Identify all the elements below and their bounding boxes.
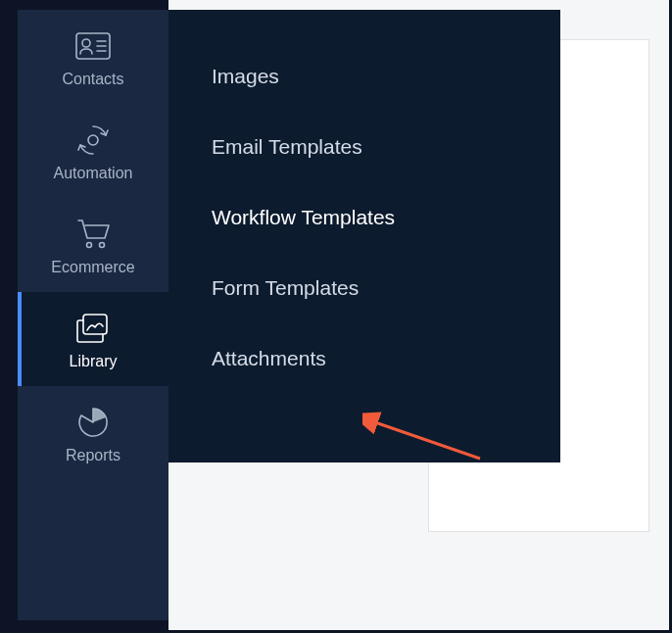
sidebar-item-library[interactable]: Library — [18, 292, 168, 386]
sidebar-item-contacts[interactable]: Contacts — [18, 10, 168, 104]
svg-rect-8 — [83, 315, 107, 334]
flyout-item-form-templates[interactable]: Form Templates — [168, 253, 560, 323]
flyout-item-email-templates[interactable]: Email Templates — [168, 112, 560, 182]
svg-point-7 — [100, 243, 105, 248]
sidebar-item-ecommerce[interactable]: Ecommerce — [18, 198, 168, 292]
pie-chart-icon — [73, 406, 113, 439]
sidebar-item-label: Contacts — [62, 71, 123, 88]
sidebar-item-label: Automation — [54, 165, 133, 182]
automation-icon — [73, 123, 113, 157]
contact-card-icon — [73, 29, 113, 63]
sidebar-item-label: Library — [70, 353, 118, 370]
library-icon — [73, 312, 113, 345]
svg-point-6 — [87, 243, 92, 248]
svg-point-5 — [88, 135, 98, 145]
sidebar-item-automation[interactable]: Automation — [18, 104, 168, 198]
library-flyout-menu: Images Email Templates Workflow Template… — [168, 10, 560, 463]
sidebar-item-label: Reports — [66, 447, 120, 464]
svg-point-1 — [82, 39, 90, 47]
flyout-item-workflow-templates[interactable]: Workflow Templates — [168, 182, 560, 253]
cart-icon — [73, 218, 113, 251]
flyout-item-attachments[interactable]: Attachments — [168, 323, 560, 394]
sidebar-item-reports[interactable]: Reports — [18, 386, 168, 480]
sidebar: Contacts Automation Ecommerce — [18, 10, 168, 620]
sidebar-item-label: Ecommerce — [51, 259, 134, 276]
flyout-item-images[interactable]: Images — [168, 41, 560, 112]
